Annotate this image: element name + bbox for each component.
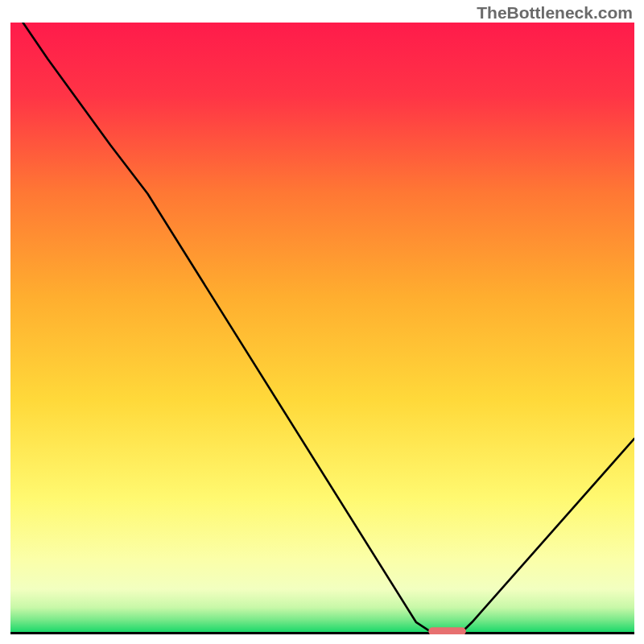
watermark-text: TheBottleneck.com — [477, 3, 633, 23]
chart-svg — [10, 23, 634, 634]
gradient-background — [10, 23, 634, 632]
optimal-marker — [428, 627, 466, 634]
